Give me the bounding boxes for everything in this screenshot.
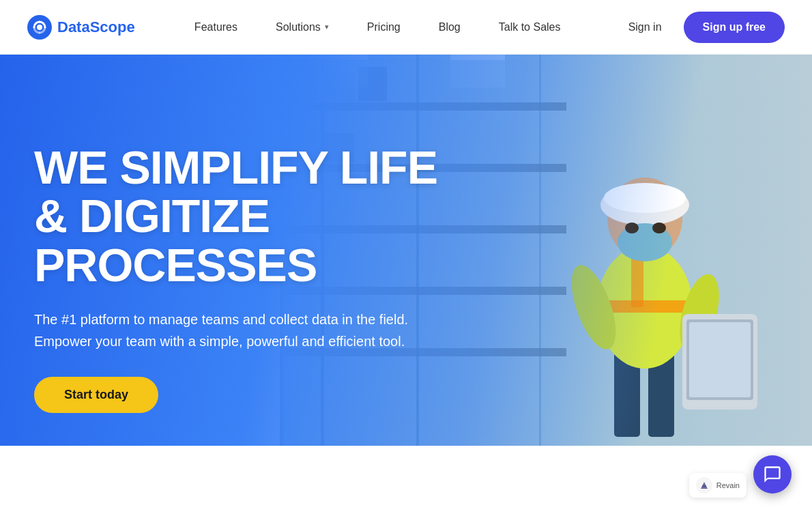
sign-in-link[interactable]: Sign in (620, 16, 670, 39)
revain-badge[interactable]: Revain (689, 473, 746, 498)
revain-label: Revain (716, 481, 740, 489)
hero-headline: WE SIMPLIFY LIFE & DIGITIZE PROCESSES (34, 143, 498, 289)
nav-right: Sign in Sign up free (620, 12, 785, 43)
nav-talk-to-sales[interactable]: Talk to Sales (480, 16, 580, 39)
chat-bubble-icon (763, 465, 782, 484)
sign-up-button[interactable]: Sign up free (684, 12, 785, 43)
datascope-logo-icon (27, 15, 52, 40)
cta-start-today-button[interactable]: Start today (34, 377, 158, 413)
revain-icon (696, 477, 712, 494)
nav-solutions[interactable]: Solutions ▾ (257, 16, 348, 39)
logo[interactable]: DataScope (27, 15, 135, 40)
hero-subtitle: The #1 platform to manage teams and coll… (34, 309, 457, 352)
hero-content: WE SIMPLIFY LIFE & DIGITIZE PROCESSES Th… (34, 143, 498, 413)
main-nav: Features Solutions ▾ Pricing Blog Talk t… (175, 16, 580, 39)
solutions-chevron-icon: ▾ (325, 23, 329, 31)
hero-section: WE SIMPLIFY LIFE & DIGITIZE PROCESSES Th… (0, 55, 812, 446)
nav-features[interactable]: Features (175, 16, 257, 39)
nav-pricing[interactable]: Pricing (348, 16, 420, 39)
site-header: DataScope Features Solutions ▾ Pricing B… (0, 0, 812, 55)
svg-point-1 (37, 25, 42, 30)
nav-blog[interactable]: Blog (420, 16, 480, 39)
logo-text: DataScope (57, 18, 135, 36)
chat-widget-button[interactable] (753, 455, 792, 494)
